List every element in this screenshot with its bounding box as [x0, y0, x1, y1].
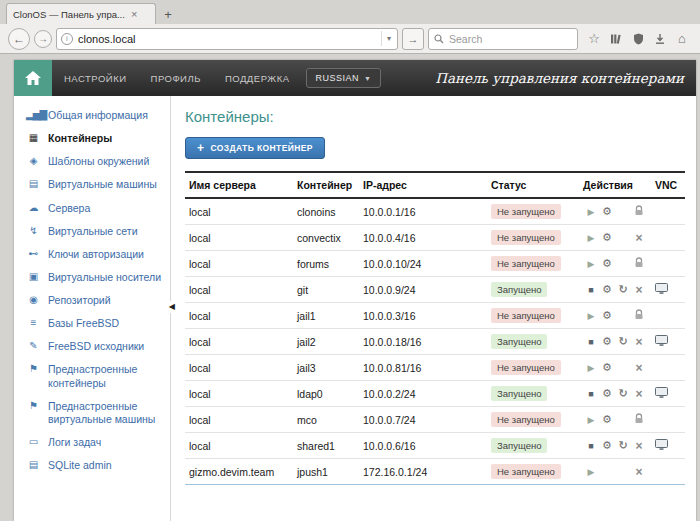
- sidebar-item[interactable]: ☁Сервера: [14, 197, 170, 220]
- stop-icon[interactable]: ■: [583, 389, 599, 399]
- close-icon[interactable]: ×: [631, 465, 647, 479]
- download-icon[interactable]: [650, 28, 670, 50]
- status-cell: Запущено: [487, 277, 579, 303]
- close-icon[interactable]: ×: [631, 231, 647, 245]
- sidebar-item[interactable]: ✎FreeBSD исходники: [14, 335, 170, 358]
- close-icon[interactable]: ×: [631, 335, 647, 349]
- sidebar-item[interactable]: ↯Виртуальные сети: [14, 220, 170, 243]
- refresh-icon[interactable]: ↻: [615, 283, 631, 296]
- go-button[interactable]: →: [402, 28, 424, 50]
- actions-cell: ▶⚙×: [579, 355, 651, 381]
- browser-tab[interactable]: ClonOS — Панель упра... ×: [6, 3, 156, 24]
- language-label: RUSSIAN: [316, 73, 360, 83]
- lock-icon[interactable]: [631, 413, 647, 426]
- column-header: Имя сервера: [185, 172, 293, 198]
- sidebar-item-label: FreeBSD исходники: [48, 340, 144, 353]
- nav-item[interactable]: ПРОФИЛЬ: [139, 60, 213, 96]
- sidebar-item[interactable]: ▦Контейнеры: [14, 127, 170, 150]
- sidebar-item-label: Сервера: [48, 202, 90, 215]
- sidebar-collapse-handle[interactable]: ◀: [168, 301, 176, 313]
- stop-icon[interactable]: ■: [583, 441, 599, 451]
- nav-item[interactable]: ПОДДЕРЖКА: [213, 60, 302, 96]
- close-icon[interactable]: ×: [631, 439, 647, 453]
- sidebar-item[interactable]: ▣Виртуальные носители: [14, 266, 170, 289]
- play-icon[interactable]: ▶: [583, 415, 599, 425]
- gear-icon[interactable]: ⚙: [599, 309, 615, 322]
- sidebar-item-label: Преднастроенные контейнеры: [48, 363, 162, 389]
- sidebar-item[interactable]: ⊷Ключи авторизации: [14, 243, 170, 266]
- gear-icon[interactable]: ⚙: [599, 231, 615, 244]
- stop-icon[interactable]: ■: [583, 337, 599, 347]
- gear-icon[interactable]: ⚙: [599, 283, 615, 296]
- table-row: localshared110.0.0.6/16Запущено■⚙↻×: [185, 433, 685, 459]
- home-button[interactable]: [14, 60, 52, 96]
- house-icon: [25, 71, 41, 85]
- sidebar-item[interactable]: ⚑Преднастроенные виртуальные машины: [14, 395, 170, 431]
- lock-icon[interactable]: [631, 205, 647, 218]
- shield-icon[interactable]: [628, 28, 648, 50]
- play-icon[interactable]: ▶: [583, 259, 599, 269]
- refresh-icon[interactable]: ↻: [615, 387, 631, 400]
- bookmarks-icon[interactable]: [606, 28, 626, 50]
- gear-icon[interactable]: ⚙: [599, 335, 615, 348]
- gear-icon[interactable]: ⚙: [599, 257, 615, 270]
- url-dropdown-icon[interactable]: ▾: [381, 31, 393, 46]
- tab-close-icon[interactable]: ×: [131, 9, 137, 20]
- browser-navbar: ← → i clonos.local ▾ → Search ☆ ⌂: [0, 24, 700, 54]
- sidebar-item[interactable]: ▤SQLite admin: [14, 454, 170, 477]
- site-info-icon[interactable]: i: [61, 33, 73, 45]
- gear-icon[interactable]: ⚙: [599, 387, 615, 400]
- close-icon[interactable]: ×: [631, 283, 647, 297]
- status-cell: Не запущено: [487, 407, 579, 433]
- sidebar-item[interactable]: ▂▅▇Общая информация: [14, 104, 170, 127]
- new-tab-button[interactable]: +: [156, 4, 180, 24]
- sidebar-item[interactable]: ⚑Преднастроенные контейнеры: [14, 358, 170, 394]
- home-icon[interactable]: ⌂: [672, 28, 692, 50]
- vnc-monitor-icon[interactable]: [655, 388, 668, 400]
- status-badge: Не запущено: [491, 204, 561, 219]
- back-button[interactable]: ←: [8, 28, 30, 50]
- vnc-monitor-icon[interactable]: [655, 336, 668, 348]
- column-header: Действия: [579, 172, 651, 198]
- create-container-button[interactable]: + СОЗДАТЬ КОНТЕЙНЕР: [185, 137, 325, 159]
- forward-button[interactable]: →: [34, 30, 52, 48]
- gear-icon[interactable]: ⚙: [599, 361, 615, 374]
- table-row: localmco10.0.0.7/24Не запущено▶⚙: [185, 407, 685, 433]
- play-icon[interactable]: ▶: [583, 207, 599, 217]
- play-icon[interactable]: ▶: [583, 467, 599, 477]
- close-icon[interactable]: ×: [631, 387, 647, 401]
- close-icon[interactable]: ×: [631, 361, 647, 375]
- play-icon[interactable]: ▶: [583, 363, 599, 373]
- templates-icon: ◈: [26, 155, 40, 168]
- url-text: clonos.local: [78, 33, 376, 45]
- sidebar-item[interactable]: ≡Базы FreeBSD: [14, 312, 170, 335]
- sidebar-item[interactable]: ◉Репозиторий: [14, 289, 170, 312]
- sidebar-item[interactable]: ▤Виртуальные машины: [14, 173, 170, 196]
- status-cell: Не запущено: [487, 251, 579, 277]
- vnc-monitor-icon[interactable]: [655, 440, 668, 452]
- refresh-icon[interactable]: ↻: [615, 439, 631, 452]
- gear-icon[interactable]: ⚙: [599, 413, 615, 426]
- gear-icon[interactable]: ⚙: [599, 439, 615, 452]
- stop-icon[interactable]: ■: [583, 285, 599, 295]
- ip-address-cell: 10.0.0.2/24: [359, 381, 487, 407]
- nav-item[interactable]: НАСТРОЙКИ: [52, 60, 139, 96]
- search-bar[interactable]: Search: [428, 28, 578, 50]
- status-badge: Не запущено: [491, 308, 561, 323]
- vnc-monitor-icon[interactable]: [655, 284, 668, 296]
- refresh-icon[interactable]: ↻: [615, 335, 631, 348]
- sqlite-icon: ▤: [26, 459, 40, 472]
- lock-icon[interactable]: [631, 309, 647, 322]
- lock-icon[interactable]: [631, 257, 647, 270]
- sidebar-item[interactable]: ◈Шаблоны окружений: [14, 150, 170, 173]
- gear-icon[interactable]: ⚙: [599, 205, 615, 218]
- star-icon[interactable]: ☆: [584, 28, 604, 50]
- sidebar-item[interactable]: ▭Логи задач: [14, 431, 170, 454]
- content-area: ▂▅▇Общая информация▦Контейнеры◈Шаблоны о…: [14, 96, 696, 521]
- url-bar[interactable]: i clonos.local ▾: [56, 28, 398, 50]
- language-button[interactable]: RUSSIAN ▼: [306, 68, 382, 88]
- play-icon[interactable]: ▶: [583, 311, 599, 321]
- status-badge: Запущено: [491, 438, 547, 453]
- vnc-cell: [651, 225, 685, 251]
- play-icon[interactable]: ▶: [583, 233, 599, 243]
